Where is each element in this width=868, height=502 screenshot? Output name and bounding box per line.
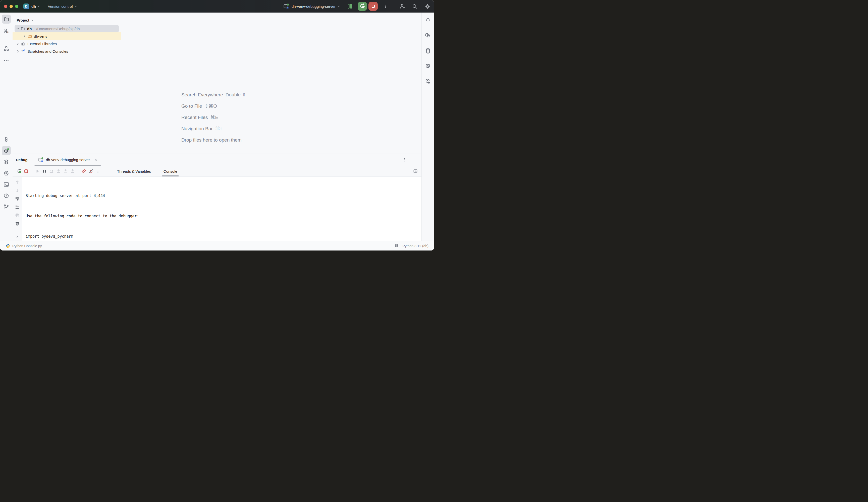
status-bar-right: Python 3.12 (dh) [394, 243, 428, 248]
ellipsis-icon [3, 57, 9, 63]
status-file-label: Python Console.py [12, 244, 42, 248]
ai-agent-tool-button[interactable] [423, 62, 433, 71]
vcs-menu-label: Version control [48, 4, 73, 9]
more-debug-actions-button[interactable] [94, 168, 102, 175]
project-tool-button[interactable] [2, 14, 11, 24]
chevron-right-icon[interactable] [22, 35, 27, 38]
up-stack-frame-icon[interactable] [15, 180, 20, 185]
print-icon[interactable] [15, 213, 20, 218]
stop-debug-button[interactable] [23, 168, 30, 175]
resume-program-button[interactable] [34, 168, 41, 175]
scroll-to-end-icon[interactable] [15, 205, 20, 210]
terminal-icon [3, 181, 9, 188]
more-tool-windows-button[interactable] [2, 56, 11, 65]
step-out-button[interactable] [69, 168, 76, 175]
ai-assistant-tool-button[interactable] [423, 31, 433, 40]
stop-button[interactable] [369, 2, 378, 11]
services-tool-button[interactable] [2, 169, 11, 178]
tab-threads-variables[interactable]: Threads & Variables [114, 166, 154, 176]
down-stack-frame-icon[interactable] [15, 188, 20, 193]
ai-robot-icon[interactable] [394, 243, 399, 248]
debug-console-output[interactable]: Starting debug server at port 4,444 Use … [22, 177, 422, 241]
code-with-me-icon[interactable] [399, 3, 405, 9]
person-question-icon: ? [3, 28, 9, 34]
active-tab-underline [34, 165, 101, 166]
folder-icon [3, 16, 9, 22]
debug-session-tab[interactable]: dh-venv-debugging-server [34, 154, 101, 166]
shortcut-keys: Double ⇧ [226, 92, 246, 97]
project-selector-label: dh [31, 4, 36, 9]
tree-row-scratches[interactable]: Scratches and Consoles [12, 48, 121, 55]
soft-wrap-icon[interactable] [15, 196, 20, 201]
scratches-icon [21, 49, 25, 54]
tree-item-path: ~/Documents/Debug/pip/dh [34, 27, 80, 31]
terminal-tool-button[interactable] [2, 180, 11, 189]
expand-gutter-icon[interactable] [15, 235, 19, 239]
more-options-icon[interactable] [402, 158, 406, 162]
chevron-down-icon[interactable] [16, 27, 20, 30]
console-line: import pydevd_pycharm [25, 233, 422, 240]
rerun-debug-button[interactable] [358, 2, 367, 11]
minimize-window-button[interactable] [10, 5, 13, 8]
debug-content: Starting debug server at port 4,444 Use … [12, 177, 422, 241]
structure-tool-button[interactable] [2, 44, 11, 53]
debug-tool-button[interactable] [2, 146, 11, 155]
libraries-icon [21, 41, 25, 46]
search-everywhere-icon[interactable] [412, 3, 418, 9]
tab-console[interactable]: Console [160, 166, 181, 176]
tree-row-external-libraries[interactable]: External Libraries [12, 40, 121, 48]
notifications-tool-button[interactable] [423, 16, 433, 25]
tree-item-name: dh [27, 27, 32, 31]
python-interpreter-selector[interactable]: Python 3.12 (dh) [402, 244, 428, 248]
clear-console-icon[interactable] [15, 221, 20, 226]
chevron-down-icon [337, 5, 340, 8]
view-breakpoints-button[interactable] [80, 168, 87, 175]
shortcut-label: Navigation Bar [181, 126, 213, 131]
tree-item-name: dh-venv [34, 34, 47, 39]
more-options-icon[interactable] [383, 4, 387, 8]
debug-title: Debug [16, 158, 28, 162]
layers-icon [3, 159, 9, 165]
python-packages-tool-button[interactable] [2, 157, 11, 166]
shortcut-hint: Drop files here to open them [181, 134, 246, 146]
step-into-button[interactable] [55, 168, 62, 175]
project-tree: dh ~/Documents/Debug/pip/dh dh-venv [12, 25, 121, 55]
status-bar-file[interactable]: Python Console.py [6, 243, 42, 248]
hide-tool-window-icon[interactable] [412, 158, 416, 162]
pause-program-icon[interactable] [347, 3, 353, 9]
shortcut-hint: Search EverywhereDouble ⇧ [181, 89, 246, 101]
python-icon [3, 136, 9, 142]
pause-program-button[interactable] [41, 168, 48, 175]
chevron-right-icon[interactable] [16, 42, 20, 45]
force-step-into-button[interactable] [62, 168, 69, 175]
project-panel-title: Project [17, 18, 29, 22]
layout-settings-button[interactable] [412, 168, 419, 175]
tree-row-dh[interactable]: dh ~/Documents/Debug/pip/dh [14, 25, 119, 32]
version-control-tool-button[interactable] [2, 202, 11, 212]
python-console-tool-button[interactable] [2, 135, 11, 144]
zoom-window-button[interactable] [15, 5, 18, 8]
ai-chat-tool-button[interactable] [423, 77, 433, 86]
mute-breakpoints-button[interactable] [87, 168, 94, 175]
python-logo-icon [6, 243, 10, 248]
strip-divider [3, 40, 10, 40]
tree-row-dh-venv[interactable]: dh-venv [12, 32, 121, 40]
run-configuration-selector[interactable]: dh-venv-debugging-server [283, 3, 340, 10]
chevron-down-icon [37, 5, 40, 8]
rerun-debug-button[interactable] [16, 168, 23, 175]
debug-header: Debug dh-venv-debugging-server [12, 154, 422, 166]
project-panel-header[interactable]: Project [12, 12, 121, 25]
chevron-right-icon[interactable] [16, 50, 20, 53]
project-selector[interactable]: dh [31, 4, 40, 9]
close-tab-icon[interactable] [94, 158, 97, 161]
project-logo: D [23, 3, 29, 9]
title-bar: D dh Version control [0, 0, 434, 12]
settings-gear-icon[interactable] [424, 3, 431, 9]
learn-tool-button[interactable]: ? [2, 27, 11, 36]
step-over-button[interactable] [48, 168, 55, 175]
problems-tool-button[interactable] [2, 191, 11, 200]
close-window-button[interactable] [4, 5, 7, 8]
vcs-menu[interactable]: Version control [48, 4, 77, 9]
left-tool-strip: ? [0, 12, 13, 241]
database-tool-button[interactable] [423, 46, 433, 55]
